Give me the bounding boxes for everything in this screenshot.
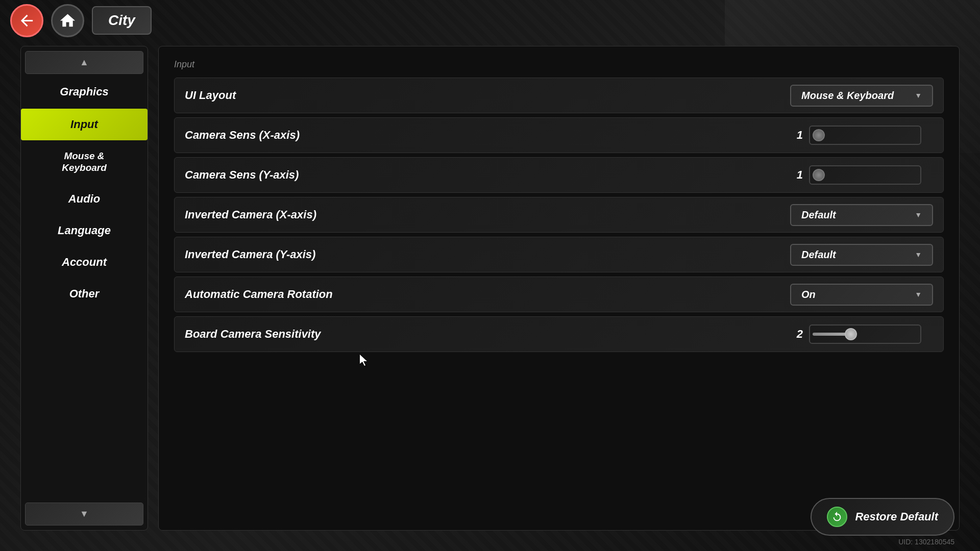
sidebar-item-mouse-keyboard[interactable]: Mouse &Keyboard [21, 141, 148, 183]
camera-sens-x-label: Camera Sens (X-axis) [185, 129, 300, 142]
camera-sens-y-value: 1 [790, 168, 803, 182]
board-camera-slider[interactable] [809, 324, 921, 344]
setting-row-inverted-x: Inverted Camera (X-axis) Default ▼ [174, 197, 944, 233]
inverted-x-label: Inverted Camera (X-axis) [185, 208, 316, 221]
setting-row-auto-camera: Automatic Camera Rotation On ▼ [174, 277, 944, 312]
restore-svg-icon [831, 511, 843, 522]
ui-layout-value: Mouse & Keyboard [801, 90, 894, 102]
city-label: City [92, 6, 152, 35]
chevron-up-icon: ▲ [80, 57, 89, 68]
inverted-x-dropdown[interactable]: Default ▼ [790, 204, 933, 226]
sidebar-scroll-up[interactable]: ▲ [25, 51, 143, 74]
content-spacer [174, 356, 944, 517]
setting-row-ui-layout: UI Layout Mouse & Keyboard ▼ [174, 78, 944, 113]
inverted-x-value: Default [801, 209, 836, 221]
slider-thumb[interactable] [813, 129, 825, 141]
section-label: Input [174, 59, 944, 70]
sidebar-item-input[interactable]: Input [21, 109, 148, 140]
setting-row-camera-sens-x: Camera Sens (X-axis) 1 [174, 117, 944, 153]
sidebar: ▲ Graphics Input Mouse &Keyboard Audio L… [20, 46, 148, 531]
dropdown-arrow-icon: ▼ [915, 211, 922, 219]
auto-camera-dropdown[interactable]: On ▼ [790, 284, 933, 306]
back-button[interactable] [10, 4, 43, 37]
sidebar-scroll-down[interactable]: ▼ [25, 503, 143, 525]
restore-label: Restore Default [855, 510, 938, 523]
slider-thumb[interactable] [813, 169, 825, 181]
sidebar-item-account[interactable]: Account [21, 246, 148, 278]
home-button[interactable] [51, 4, 84, 37]
sidebar-item-audio[interactable]: Audio [21, 183, 148, 215]
dropdown-arrow-icon: ▼ [915, 290, 922, 298]
setting-row-camera-sens-y: Camera Sens (Y-axis) 1 [174, 157, 944, 193]
top-bar: City [0, 0, 980, 41]
back-icon [18, 12, 36, 30]
inverted-y-dropdown[interactable]: Default ▼ [790, 244, 933, 266]
board-camera-control: 2 [790, 324, 933, 344]
sidebar-item-language[interactable]: Language [21, 215, 148, 246]
uid-label: UID: 1302180545 [898, 538, 954, 546]
camera-sens-y-control: 1 [790, 165, 933, 185]
restore-default-button[interactable]: Restore Default [811, 498, 954, 536]
dropdown-arrow-icon: ▼ [915, 251, 922, 259]
dropdown-arrow-icon: ▼ [915, 91, 922, 99]
inverted-y-label: Inverted Camera (Y-axis) [185, 248, 315, 261]
home-icon [59, 12, 77, 30]
content-panel: Input UI Layout Mouse & Keyboard ▼ Camer… [158, 46, 960, 531]
board-camera-label: Board Camera Sensitivity [185, 328, 321, 341]
camera-sens-x-slider[interactable] [809, 126, 921, 145]
board-camera-value: 2 [790, 328, 803, 341]
ui-layout-dropdown[interactable]: Mouse & Keyboard ▼ [790, 85, 933, 107]
camera-sens-x-value: 1 [790, 129, 803, 142]
chevron-down-icon: ▼ [80, 509, 89, 519]
setting-row-inverted-y: Inverted Camera (Y-axis) Default ▼ [174, 237, 944, 272]
sidebar-item-other[interactable]: Other [21, 278, 148, 310]
inverted-y-value: Default [801, 249, 836, 261]
setting-row-board-camera: Board Camera Sensitivity 2 [174, 316, 944, 352]
camera-sens-x-control: 1 [790, 126, 933, 145]
slider-fill-active [813, 333, 848, 336]
main-layout: ▲ Graphics Input Mouse &Keyboard Audio L… [20, 46, 960, 531]
restore-icon [827, 507, 847, 527]
slider-thumb-active[interactable] [845, 328, 857, 340]
auto-camera-label: Automatic Camera Rotation [185, 288, 333, 301]
auto-camera-value: On [801, 289, 816, 300]
camera-sens-y-slider[interactable] [809, 165, 921, 185]
camera-sens-y-label: Camera Sens (Y-axis) [185, 168, 299, 182]
sidebar-item-graphics[interactable]: Graphics [21, 76, 148, 108]
ui-layout-label: UI Layout [185, 89, 236, 102]
